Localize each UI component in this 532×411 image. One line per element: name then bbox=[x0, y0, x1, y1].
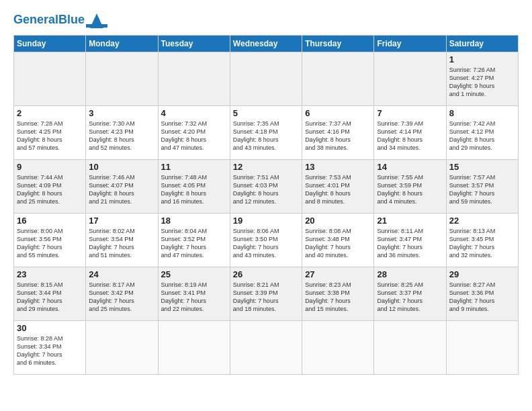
calendar-cell: 19Sunrise: 8:06 AM Sunset: 3:50 PM Dayli… bbox=[230, 214, 302, 267]
day-info: Sunrise: 7:48 AM Sunset: 4:05 PM Dayligh… bbox=[161, 173, 227, 206]
header-monday: Monday bbox=[86, 36, 158, 52]
header-tuesday: Tuesday bbox=[158, 36, 230, 52]
day-number: 8 bbox=[449, 108, 515, 118]
calendar-table: Sunday Monday Tuesday Wednesday Thursday… bbox=[13, 35, 519, 375]
day-number: 5 bbox=[233, 108, 299, 118]
day-info: Sunrise: 7:30 AM Sunset: 4:23 PM Dayligh… bbox=[89, 120, 154, 152]
day-number: 27 bbox=[305, 269, 371, 279]
calendar-cell: 7Sunrise: 7:39 AM Sunset: 4:14 PM Daylig… bbox=[374, 106, 446, 160]
day-info: Sunrise: 8:04 AM Sunset: 3:52 PM Dayligh… bbox=[161, 227, 227, 260]
day-number: 10 bbox=[89, 162, 154, 172]
day-number: 26 bbox=[233, 269, 299, 279]
day-info: Sunrise: 7:28 AM Sunset: 4:25 PM Dayligh… bbox=[17, 120, 83, 152]
day-number: 13 bbox=[305, 162, 371, 172]
day-number: 30 bbox=[17, 323, 83, 333]
calendar-cell bbox=[302, 321, 374, 375]
day-number: 12 bbox=[233, 162, 299, 172]
day-number: 6 bbox=[305, 108, 371, 118]
calendar-cell bbox=[230, 321, 302, 375]
calendar-cell: 11Sunrise: 7:48 AM Sunset: 4:05 PM Dayli… bbox=[158, 160, 230, 214]
calendar-cell: 23Sunrise: 8:15 AM Sunset: 3:44 PM Dayli… bbox=[14, 267, 86, 321]
svg-rect-1 bbox=[86, 24, 107, 28]
day-info: Sunrise: 7:51 AM Sunset: 4:03 PM Dayligh… bbox=[233, 173, 299, 206]
day-info: Sunrise: 8:15 AM Sunset: 3:44 PM Dayligh… bbox=[17, 281, 83, 314]
day-info: Sunrise: 7:57 AM Sunset: 3:57 PM Dayligh… bbox=[449, 173, 515, 206]
calendar-cell: 18Sunrise: 8:04 AM Sunset: 3:52 PM Dayli… bbox=[158, 214, 230, 267]
day-number: 18 bbox=[161, 216, 227, 226]
calendar-cell: 1Sunrise: 7:26 AM Sunset: 4:27 PM Daylig… bbox=[446, 52, 518, 106]
calendar-cell bbox=[158, 52, 230, 106]
header-thursday: Thursday bbox=[302, 36, 374, 52]
day-info: Sunrise: 8:28 AM Sunset: 3:34 PM Dayligh… bbox=[17, 334, 83, 367]
day-number: 21 bbox=[377, 216, 443, 226]
day-info: Sunrise: 7:46 AM Sunset: 4:07 PM Dayligh… bbox=[89, 173, 154, 206]
calendar-cell: 15Sunrise: 7:57 AM Sunset: 3:57 PM Dayli… bbox=[446, 160, 518, 214]
day-info: Sunrise: 7:39 AM Sunset: 4:14 PM Dayligh… bbox=[377, 120, 443, 152]
calendar-cell bbox=[374, 321, 446, 375]
header-sunday: Sunday bbox=[14, 36, 86, 52]
day-info: Sunrise: 8:08 AM Sunset: 3:48 PM Dayligh… bbox=[305, 227, 371, 260]
calendar-cell: 9Sunrise: 7:44 AM Sunset: 4:09 PM Daylig… bbox=[14, 160, 86, 214]
calendar-cell: 17Sunrise: 8:02 AM Sunset: 3:54 PM Dayli… bbox=[86, 214, 158, 267]
calendar-cell: 28Sunrise: 8:25 AM Sunset: 3:37 PM Dayli… bbox=[374, 267, 446, 321]
calendar-cell: 27Sunrise: 8:23 AM Sunset: 3:38 PM Dayli… bbox=[302, 267, 374, 321]
day-info: Sunrise: 7:32 AM Sunset: 4:20 PM Dayligh… bbox=[161, 120, 227, 152]
day-info: Sunrise: 8:00 AM Sunset: 3:56 PM Dayligh… bbox=[17, 227, 83, 260]
header-wednesday: Wednesday bbox=[230, 36, 302, 52]
day-info: Sunrise: 8:13 AM Sunset: 3:45 PM Dayligh… bbox=[449, 227, 515, 260]
logo-text: GeneralBlue bbox=[13, 13, 85, 26]
day-number: 23 bbox=[17, 269, 83, 279]
calendar-cell bbox=[86, 52, 158, 106]
calendar-cell: 25Sunrise: 8:19 AM Sunset: 3:41 PM Dayli… bbox=[158, 267, 230, 321]
header-friday: Friday bbox=[374, 36, 446, 52]
calendar-cell bbox=[374, 52, 446, 106]
day-info: Sunrise: 8:21 AM Sunset: 3:39 PM Dayligh… bbox=[233, 281, 299, 314]
calendar-cell: 29Sunrise: 8:27 AM Sunset: 3:36 PM Dayli… bbox=[446, 267, 518, 321]
calendar-cell: 6Sunrise: 7:37 AM Sunset: 4:16 PM Daylig… bbox=[302, 106, 374, 160]
day-number: 28 bbox=[377, 269, 443, 279]
calendar-week-row: 23Sunrise: 8:15 AM Sunset: 3:44 PM Dayli… bbox=[14, 267, 519, 321]
logo: GeneralBlue bbox=[13, 11, 107, 28]
day-info: Sunrise: 7:37 AM Sunset: 4:16 PM Dayligh… bbox=[305, 120, 371, 152]
day-info: Sunrise: 7:53 AM Sunset: 4:01 PM Dayligh… bbox=[305, 173, 371, 206]
calendar-cell: 24Sunrise: 8:17 AM Sunset: 3:42 PM Dayli… bbox=[86, 267, 158, 321]
day-info: Sunrise: 8:11 AM Sunset: 3:47 PM Dayligh… bbox=[377, 227, 443, 260]
calendar-cell: 10Sunrise: 7:46 AM Sunset: 4:07 PM Dayli… bbox=[86, 160, 158, 214]
calendar-cell: 2Sunrise: 7:28 AM Sunset: 4:25 PM Daylig… bbox=[14, 106, 86, 160]
day-number: 16 bbox=[17, 216, 83, 226]
calendar-cell bbox=[230, 52, 302, 106]
day-info: Sunrise: 7:26 AM Sunset: 4:27 PM Dayligh… bbox=[449, 66, 515, 99]
day-info: Sunrise: 8:02 AM Sunset: 3:54 PM Dayligh… bbox=[89, 227, 154, 260]
calendar-cell: 14Sunrise: 7:55 AM Sunset: 3:59 PM Dayli… bbox=[374, 160, 446, 214]
calendar-cell: 20Sunrise: 8:08 AM Sunset: 3:48 PM Dayli… bbox=[302, 214, 374, 267]
calendar-week-row: 9Sunrise: 7:44 AM Sunset: 4:09 PM Daylig… bbox=[14, 160, 519, 214]
day-number: 2 bbox=[17, 108, 83, 118]
calendar-cell: 8Sunrise: 7:42 AM Sunset: 4:12 PM Daylig… bbox=[446, 106, 518, 160]
calendar-cell: 26Sunrise: 8:21 AM Sunset: 3:39 PM Dayli… bbox=[230, 267, 302, 321]
day-number: 1 bbox=[449, 54, 515, 64]
calendar-week-row: 1Sunrise: 7:26 AM Sunset: 4:27 PM Daylig… bbox=[14, 52, 519, 106]
day-number: 4 bbox=[161, 108, 227, 118]
day-number: 15 bbox=[449, 162, 515, 172]
calendar-week-row: 30Sunrise: 8:28 AM Sunset: 3:34 PM Dayli… bbox=[14, 321, 519, 375]
day-info: Sunrise: 8:17 AM Sunset: 3:42 PM Dayligh… bbox=[89, 281, 154, 314]
day-number: 22 bbox=[449, 216, 515, 226]
page: GeneralBlue Sunday Monday Tuesday Wednes… bbox=[0, 0, 532, 381]
calendar-header-row: Sunday Monday Tuesday Wednesday Thursday… bbox=[14, 36, 519, 52]
day-info: Sunrise: 7:42 AM Sunset: 4:12 PM Dayligh… bbox=[449, 120, 515, 152]
calendar-cell: 13Sunrise: 7:53 AM Sunset: 4:01 PM Dayli… bbox=[302, 160, 374, 214]
calendar-cell: 21Sunrise: 8:11 AM Sunset: 3:47 PM Dayli… bbox=[374, 214, 446, 267]
day-number: 29 bbox=[449, 269, 515, 279]
header-saturday: Saturday bbox=[446, 36, 518, 52]
calendar-cell: 12Sunrise: 7:51 AM Sunset: 4:03 PM Dayli… bbox=[230, 160, 302, 214]
day-info: Sunrise: 8:25 AM Sunset: 3:37 PM Dayligh… bbox=[377, 281, 443, 314]
header: GeneralBlue bbox=[13, 11, 519, 28]
calendar-week-row: 16Sunrise: 8:00 AM Sunset: 3:56 PM Dayli… bbox=[14, 214, 519, 267]
day-info: Sunrise: 8:06 AM Sunset: 3:50 PM Dayligh… bbox=[233, 227, 299, 260]
logo-icon bbox=[86, 11, 107, 28]
day-info: Sunrise: 7:44 AM Sunset: 4:09 PM Dayligh… bbox=[17, 173, 83, 206]
calendar-cell: 5Sunrise: 7:35 AM Sunset: 4:18 PM Daylig… bbox=[230, 106, 302, 160]
day-number: 3 bbox=[89, 108, 154, 118]
calendar-cell: 4Sunrise: 7:32 AM Sunset: 4:20 PM Daylig… bbox=[158, 106, 230, 160]
calendar-cell: 3Sunrise: 7:30 AM Sunset: 4:23 PM Daylig… bbox=[86, 106, 158, 160]
